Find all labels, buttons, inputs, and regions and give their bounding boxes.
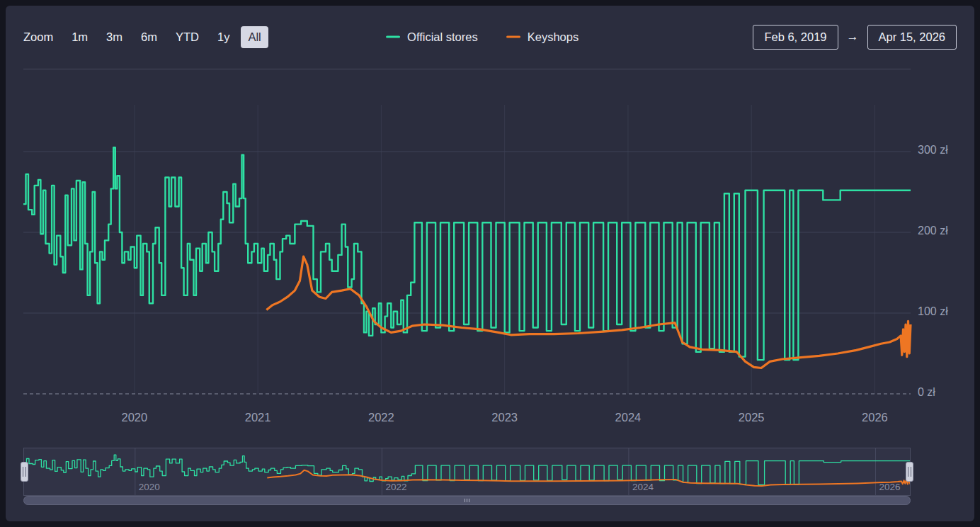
main-chart-plot-area[interactable] (23, 76, 911, 402)
toolbar-divider (23, 69, 911, 69)
chart-legend: Official stores Keyshops (386, 30, 579, 44)
keyshops-line-icon (506, 36, 520, 38)
series-lines (23, 147, 911, 368)
zoom-label: Zoom (23, 30, 53, 44)
arrow-right-icon: → (847, 30, 859, 44)
x-axis-label: 2020 (103, 411, 166, 424)
range-navigator[interactable]: 2020202220242026 (23, 448, 911, 496)
navigator-year-label: 2022 (385, 482, 406, 492)
date-range-controls: Feb 6, 2019 → Apr 15, 2026 (753, 25, 957, 50)
y-axis-label: 200 zł (918, 225, 974, 237)
y-axis-label: 300 zł (918, 144, 974, 157)
range-button-ytd[interactable]: YTD (169, 26, 206, 48)
x-axis-label: 2021 (226, 411, 290, 424)
navigator-year-label: 2020 (139, 482, 160, 492)
legend-label-keyshops: Keyshops (528, 30, 579, 44)
legend-item-keyshops[interactable]: Keyshops (506, 30, 579, 44)
gridlines (23, 105, 911, 394)
legend-item-official-stores[interactable]: Official stores (386, 30, 478, 44)
x-axis-label: 2024 (596, 411, 660, 424)
main-chart-svg (23, 76, 911, 402)
chart-toolbar: Zoom 1m 3m 6m YTD 1y All Official stores… (23, 24, 957, 50)
navigator-year-label: 2026 (879, 482, 900, 492)
x-axis-label: 2025 (719, 411, 783, 424)
price-history-widget: Zoom 1m 3m 6m YTD 1y All Official stores… (0, 0, 980, 527)
scrollbar-thumb[interactable] (23, 496, 911, 505)
range-button-1m[interactable]: 1m (64, 26, 95, 48)
chart-panel: Zoom 1m 3m 6m YTD 1y All Official stores… (6, 6, 974, 521)
y-axis-label: 0 zł (918, 386, 974, 399)
keyshops-navigator-line[interactable] (267, 470, 910, 486)
range-button-1y[interactable]: 1y (210, 26, 237, 48)
scrollbar-track[interactable] (23, 496, 911, 505)
range-button-all[interactable]: All (241, 26, 268, 48)
range-button-3m[interactable]: 3m (99, 26, 130, 48)
legend-label-official-stores: Official stores (407, 30, 478, 44)
range-button-6m[interactable]: 6m (134, 26, 164, 48)
navigator-left-handle[interactable] (21, 462, 28, 482)
x-axis-label: 2023 (473, 411, 537, 424)
date-to-input[interactable]: Apr 15, 2026 (867, 25, 957, 50)
scrollbar-grip-icon (465, 499, 469, 502)
navigator-year-label: 2024 (632, 482, 654, 492)
y-axis-label: 100 zł (918, 305, 974, 318)
official-stores-line-icon (386, 36, 400, 38)
x-axis-label: 2022 (349, 411, 413, 424)
navigator-right-handle[interactable] (906, 462, 913, 482)
x-axis-label: 2026 (843, 411, 906, 424)
date-from-input[interactable]: Feb 6, 2019 (753, 25, 838, 50)
